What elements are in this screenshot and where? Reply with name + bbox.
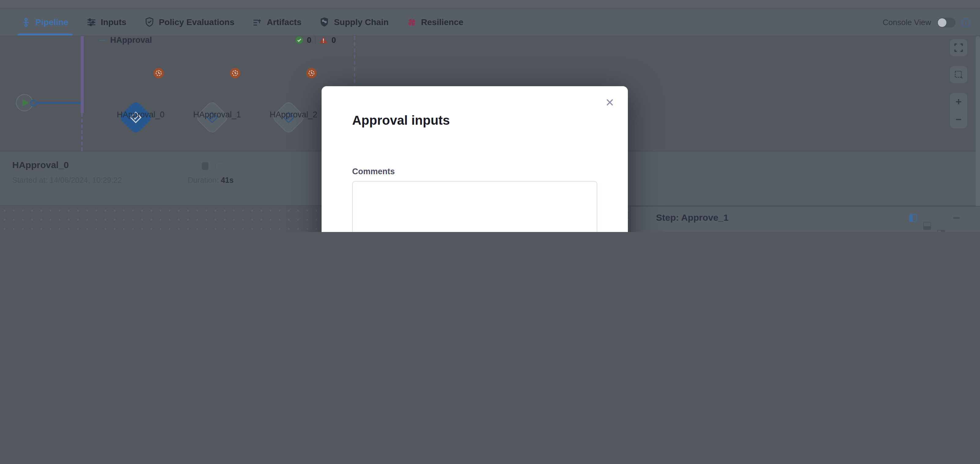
tab-policy-evaluations[interactable]: Policy Evaluations bbox=[135, 9, 243, 35]
supply-chain-shield-icon bbox=[320, 17, 329, 27]
tab-label: Inputs bbox=[100, 17, 126, 27]
skip-condition-icon[interactable]: ✕ bbox=[215, 161, 224, 170]
inputs-icon bbox=[86, 17, 95, 27]
zoom-in-button[interactable]: + bbox=[956, 97, 962, 107]
step-node-label: HApproval_1 bbox=[174, 110, 260, 119]
waiting-clock-badge bbox=[230, 68, 240, 78]
tab-label: Resilience bbox=[421, 17, 463, 27]
tab-artifacts[interactable]: Artifacts bbox=[243, 9, 311, 35]
step-node-label: HApproval_0 bbox=[98, 110, 183, 119]
status-node-title: HApproval_0 bbox=[12, 160, 69, 170]
tab-label: Supply Chain bbox=[334, 17, 388, 27]
badge-divider bbox=[315, 36, 315, 44]
selection-mode-button[interactable] bbox=[950, 66, 967, 83]
modal-title: Approval inputs bbox=[352, 113, 450, 128]
stage-status-badges: 0 0 bbox=[295, 36, 336, 47]
layout-right-panel-icon[interactable] bbox=[909, 214, 917, 222]
stage-shape-icon[interactable] bbox=[202, 162, 208, 170]
connector-line bbox=[36, 102, 81, 103]
success-count: 0 bbox=[307, 36, 311, 44]
execution-tab-bar: Pipeline Inputs Policy Evaluations Artif… bbox=[0, 9, 980, 36]
tab-supply-chain[interactable]: Supply Chain bbox=[310, 9, 398, 35]
tab-resilience[interactable]: Resilience bbox=[398, 9, 473, 35]
tab-label: Policy Evaluations bbox=[159, 17, 234, 27]
page-top-strip bbox=[0, 0, 980, 9]
policy-shield-icon bbox=[145, 17, 154, 27]
zoom-out-button[interactable]: − bbox=[956, 114, 962, 125]
fit-to-screen-button[interactable] bbox=[950, 39, 967, 56]
step-details-panel: Step: Approve_1 Approval Pipeline Detail… bbox=[630, 206, 980, 232]
layout-bottom-panel-icon[interactable] bbox=[923, 222, 931, 230]
status-duration: Duration: 41s bbox=[188, 176, 234, 184]
waiting-clock-badge bbox=[306, 68, 317, 78]
tab-pipeline[interactable]: Pipeline bbox=[12, 9, 77, 35]
close-icon[interactable]: ✕ bbox=[605, 97, 614, 108]
approval-inputs-modal: ✕ Approval inputs Comments ✓ Approve ✕ R… bbox=[321, 86, 628, 232]
waiting-clock-badge bbox=[153, 68, 164, 78]
console-view-label: Console View bbox=[883, 18, 931, 27]
console-view-toggle[interactable] bbox=[937, 17, 956, 27]
success-badge-icon bbox=[295, 36, 303, 44]
vertical-scrollbar[interactable] bbox=[976, 36, 980, 232]
fullscreen-icon bbox=[955, 43, 963, 52]
collapse-stage-icon[interactable]: ─ bbox=[100, 36, 105, 44]
pipeline-execution-page: Pipeline Inputs Policy Evaluations Artif… bbox=[0, 0, 980, 232]
selection-box-icon bbox=[955, 70, 963, 79]
layout-side-panel-icon[interactable] bbox=[937, 230, 945, 232]
failure-count: 0 bbox=[331, 36, 336, 44]
artifacts-icon bbox=[253, 17, 262, 27]
port-dot bbox=[30, 100, 37, 106]
tab-inputs[interactable]: Inputs bbox=[77, 9, 135, 35]
tab-label: Artifacts bbox=[267, 17, 302, 27]
stage-name[interactable]: HApproval bbox=[110, 36, 152, 44]
tab-label: Pipeline bbox=[35, 17, 68, 27]
status-started-at: Started at: 14/06/2024, 10:29:22 bbox=[12, 176, 122, 184]
pipeline-icon bbox=[21, 17, 30, 27]
zoom-control-group: + − bbox=[950, 93, 967, 129]
failure-badge-icon bbox=[319, 36, 328, 44]
stage-boundary-bar bbox=[81, 36, 84, 113]
resilience-pinwheel-icon bbox=[407, 17, 416, 27]
minimize-panel-icon[interactable] bbox=[953, 217, 960, 219]
comments-textarea[interactable] bbox=[352, 181, 597, 232]
stage-boundary-dash bbox=[81, 113, 83, 151]
comments-label: Comments bbox=[352, 167, 395, 176]
toggle-knob bbox=[938, 18, 947, 27]
play-icon bbox=[22, 99, 29, 106]
stage-header[interactable]: ─ HApproval bbox=[100, 36, 152, 47]
panel-title: Step: Approve_1 bbox=[656, 212, 729, 222]
console-view-control: Console View i bbox=[883, 9, 970, 36]
console-info-icon[interactable]: i bbox=[962, 18, 970, 27]
